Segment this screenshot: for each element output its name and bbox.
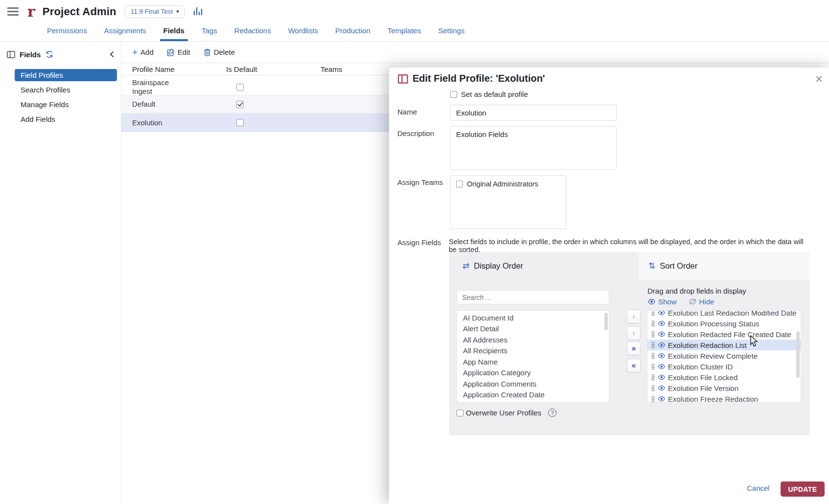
refresh-icon[interactable] [46,50,53,58]
main-nav: Permissions Assignments Fields Tags Reda… [0,23,829,42]
eye-icon[interactable] [658,342,666,348]
sidebar-item-search-profiles[interactable]: Search Profiles [15,84,117,96]
team-checkbox[interactable] [456,181,463,187]
assign-fields-label: Assign Fields [397,238,441,247]
set-default-checkbox[interactable] [450,91,457,98]
drag-handle-icon[interactable]: ⣿ [651,331,655,337]
project-admin-app: r Project Admin 11.9 Final Test ▾ Permis… [0,0,829,504]
eye-icon[interactable] [658,374,666,380]
sort-order-tab[interactable]: ⇅ Sort Order [639,252,810,280]
available-field-item[interactable]: Application Created Date/Time [457,400,609,403]
display-order-tab[interactable]: ⇄ Display Order [449,252,639,280]
sidebar-item-manage-fields[interactable]: Manage Fields [15,98,117,111]
modal-title: Edit Field Profile: 'Exolution' [413,73,545,84]
drag-handle-icon[interactable]: ⣿ [651,396,655,402]
tab-templates[interactable]: Templates [386,26,422,41]
close-icon[interactable]: × [815,72,823,85]
tab-fields[interactable]: Fields [162,26,186,41]
show-link[interactable]: Show [647,298,677,306]
drag-handle-icon[interactable]: ⣿ [651,353,655,359]
trash-icon [204,48,211,56]
tab-production[interactable]: Production [334,26,372,41]
drag-handle-icon[interactable]: ⣿ [651,342,655,348]
available-field-item[interactable]: All Addresses [457,334,609,345]
drag-handle-icon[interactable]: ⣿ [651,385,655,391]
name-input[interactable] [450,105,617,121]
available-field-item[interactable]: App Name [457,356,609,367]
edit-button[interactable]: Edit [167,48,190,56]
drag-handle-icon[interactable]: ⣿ [651,321,655,326]
workspace-selector-label: 11.9 Final Test [131,8,173,15]
move-right-button[interactable]: › [627,310,641,323]
help-icon[interactable]: ? [548,409,556,417]
available-field-item[interactable]: Application Category [457,367,609,379]
move-left-button[interactable]: ‹ [627,326,641,340]
eye-icon[interactable] [658,396,666,402]
eye-icon [647,298,656,305]
drag-drop-hint: Drag and drop fields in display [647,287,746,295]
display-field-item[interactable]: ⣿ Exolution Processing Status [647,318,801,329]
is-default-checkbox[interactable] [236,119,244,126]
is-default-checkbox[interactable] [236,101,244,108]
set-default-label: Set as default profile [461,90,528,98]
tab-redactions[interactable]: Redactions [233,26,273,41]
sidebar-item-add-fields[interactable]: Add Fields [15,113,117,125]
tab-assignments[interactable]: Assignments [103,26,148,41]
tab-tags[interactable]: Tags [200,26,219,41]
sidebar-item-field-profiles[interactable]: Field Profiles [15,69,117,81]
available-field-item[interactable]: Alert Detail [457,323,609,335]
top-bar: r Project Admin 11.9 Final Test ▾ [0,0,829,23]
display-field-item[interactable]: ⣿ Exolution File Version [647,383,801,393]
drag-handle-icon[interactable]: ⣿ [651,374,655,380]
tab-settings[interactable]: Settings [437,26,466,41]
display-field-item[interactable]: ⣿ Exolution Cluster ID [647,361,801,372]
eye-icon[interactable] [658,331,666,337]
sidebar-title: Fields [20,50,41,59]
eye-icon[interactable] [658,364,666,369]
assign-teams-label: Assign Teams [397,178,443,186]
drag-handle-icon[interactable]: ⣿ [651,310,655,316]
display-field-item[interactable]: ⣿ Exolution Freeze Redaction [647,393,801,403]
display-field-item[interactable]: ⣿ Exolution Review Complete [647,350,801,361]
team-label: Original Administrators [467,180,538,188]
overwrite-profiles-checkbox[interactable] [457,410,463,416]
field-profile-icon [398,74,408,86]
is-default-checkbox[interactable] [236,84,244,91]
description-label: Description [397,129,434,137]
display-field-item[interactable]: ⣿ Exolution Last Redaction Modified Date [647,310,801,318]
available-field-item[interactable]: Application Comments [457,378,609,389]
eye-icon[interactable] [658,385,666,391]
available-fields-list: AI Document Id Alert Detail All Addresse… [457,310,609,403]
update-button[interactable]: UPDATE [781,481,825,497]
available-field-item[interactable]: Application Created Date [457,389,609,401]
tab-wordlists[interactable]: Wordlists [287,26,320,41]
move-all-right-button[interactable]: » [627,342,641,355]
add-button[interactable]: + Add [132,47,154,57]
eye-icon[interactable] [658,321,666,326]
cancel-button[interactable]: Cancel [747,484,770,492]
hide-link[interactable]: Hide [689,298,714,306]
display-field-item-selected[interactable]: ⣿ Exolution Redaction List [647,340,801,350]
available-field-item[interactable]: AI Document Id [457,312,609,323]
display-field-item[interactable]: ⣿ Exolution File Locked [647,372,801,383]
field-search-input[interactable] [457,290,609,304]
available-field-item[interactable]: All Recipients [457,345,609,357]
scrollbar-thumb[interactable] [604,313,608,330]
display-field-item[interactable]: ⣿ Exolution Redacted File Created Date [647,329,801,340]
drag-handle-icon[interactable]: ⣿ [651,364,655,369]
set-default-profile-row: Set as default profile [450,90,528,98]
collapse-sidebar-icon[interactable] [109,51,114,58]
app-title: Project Admin [43,5,116,18]
analytics-icon[interactable] [193,6,204,18]
move-all-left-button[interactable]: « [627,359,641,372]
assign-teams-box: Original Administrators [450,175,566,229]
sort-vertical-icon: ⇅ [648,261,655,271]
description-textarea[interactable]: Exolution Fields [450,126,617,170]
eye-icon[interactable] [658,310,666,316]
delete-button[interactable]: Delete [204,48,235,56]
tab-permissions[interactable]: Permissions [46,26,89,41]
hamburger-menu-icon[interactable] [7,5,19,18]
workspace-selector[interactable]: 11.9 Final Test ▾ [125,5,185,18]
scrollbar-thumb[interactable] [796,331,800,378]
eye-icon[interactable] [658,353,666,359]
